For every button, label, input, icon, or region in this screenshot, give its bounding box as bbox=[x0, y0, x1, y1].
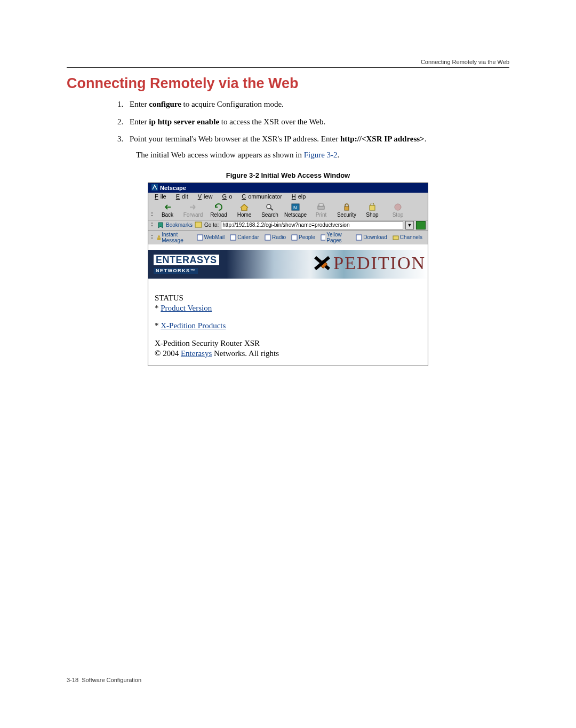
enterasys-logo-top: ENTERASYS bbox=[154, 255, 219, 265]
xpedition-text: PEDITION bbox=[333, 253, 426, 273]
status-heading: STATUS bbox=[155, 294, 421, 303]
page-icon bbox=[265, 234, 271, 241]
product-version-link[interactable]: Product Version bbox=[161, 304, 212, 312]
step-3-text-a: Point your terminal's Web browser at the… bbox=[130, 134, 340, 143]
figure-ref-link[interactable]: Figure 3-2 bbox=[304, 151, 338, 159]
radio-link[interactable]: Radio bbox=[265, 234, 286, 241]
security-button[interactable]: Security bbox=[334, 201, 359, 219]
search-icon bbox=[264, 202, 276, 212]
home-button[interactable]: Home bbox=[231, 201, 257, 219]
folder-icon bbox=[393, 234, 399, 241]
calendar-link[interactable]: Calendar bbox=[230, 234, 259, 241]
channels-link[interactable]: Channels bbox=[393, 234, 422, 241]
svg-rect-12 bbox=[157, 238, 161, 240]
step-2-text-c: to access the XSR over the Web. bbox=[219, 117, 325, 126]
security-label: Security bbox=[337, 212, 356, 218]
svg-rect-18 bbox=[356, 235, 362, 240]
forward-arrow-icon bbox=[187, 202, 199, 212]
menu-go[interactable]: Go bbox=[218, 193, 235, 200]
shop-label: Shop bbox=[366, 212, 378, 218]
svg-rect-5 bbox=[318, 206, 324, 209]
svg-point-9 bbox=[395, 204, 401, 210]
x-mark-icon bbox=[313, 254, 331, 272]
enterasys-logo: ENTERASYS NETWORKS™ bbox=[148, 255, 219, 274]
svg-rect-6 bbox=[319, 204, 323, 206]
enterasys-link[interactable]: Enterasys bbox=[181, 349, 212, 358]
step-1: Enter configure to acquire Configuration… bbox=[125, 98, 509, 110]
lock-icon bbox=[341, 202, 353, 212]
svg-line-2 bbox=[270, 208, 273, 210]
copyright-line: © 2004 Enterasys Networks. All rights bbox=[155, 349, 421, 358]
menu-file[interactable]: FFileile bbox=[150, 193, 169, 200]
shop-button[interactable]: Shop bbox=[359, 201, 385, 219]
svg-rect-13 bbox=[197, 235, 203, 240]
step-3-text-c: . bbox=[425, 134, 427, 143]
xpedition-products-link[interactable]: X-Pedition Products bbox=[161, 321, 226, 330]
home-icon bbox=[238, 202, 250, 212]
netscape-button[interactable]: N Netscape bbox=[283, 201, 308, 219]
links-grip-icon[interactable] bbox=[150, 234, 154, 241]
reload-label: Reload bbox=[210, 212, 227, 218]
menu-view[interactable]: View bbox=[194, 193, 215, 200]
procedure-steps: Enter configure to acquire Configuration… bbox=[125, 98, 509, 145]
yellow-pages-link[interactable]: Yellow Pages bbox=[321, 232, 350, 243]
step-3: Point your terminal's Web browser at the… bbox=[125, 133, 509, 145]
download-link[interactable]: Download bbox=[356, 234, 387, 241]
router-name: X-Pedition Security Router XSR bbox=[155, 339, 421, 348]
menu-edit[interactable]: Edit bbox=[172, 193, 190, 200]
xpedition-logo: PEDITION bbox=[313, 253, 426, 273]
menu-communicator[interactable]: Communicator bbox=[237, 193, 284, 200]
back-arrow-icon bbox=[162, 202, 173, 212]
netscape-icon bbox=[151, 184, 158, 192]
whats-related-button[interactable] bbox=[416, 221, 426, 230]
webmail-link[interactable]: WebMail bbox=[197, 234, 225, 241]
page-number: 3-18 bbox=[67, 677, 78, 683]
step-2-text-a: Enter bbox=[130, 117, 149, 126]
search-label: Search bbox=[261, 212, 278, 218]
xpedition-products-row: * X-Pedition Products bbox=[155, 321, 421, 330]
address-input[interactable] bbox=[221, 221, 403, 230]
personal-toolbar: Instant Message WebMail Calendar Radio P… bbox=[148, 230, 428, 244]
enterasys-logo-bottom: NETWORKS™ bbox=[154, 268, 198, 274]
svg-rect-8 bbox=[370, 205, 375, 210]
step-3-bold: http://<XSR IP address> bbox=[340, 134, 425, 143]
page-icon bbox=[321, 234, 325, 241]
svg-rect-10 bbox=[195, 222, 202, 227]
step-1-text-a: Enter bbox=[130, 100, 149, 108]
print-button[interactable]: Print bbox=[308, 201, 334, 219]
back-button[interactable]: Back bbox=[155, 201, 180, 219]
people-link[interactable]: People bbox=[291, 234, 315, 241]
back-label: Back bbox=[162, 212, 173, 218]
chapter-name: Software Configuration bbox=[82, 677, 141, 683]
page-icon bbox=[197, 234, 203, 241]
search-button[interactable]: Search bbox=[257, 201, 283, 219]
reload-icon bbox=[213, 202, 225, 212]
instant-message-link[interactable]: Instant Message bbox=[156, 232, 191, 243]
page-icon bbox=[356, 234, 362, 241]
forward-label: Forward bbox=[183, 212, 203, 218]
location-icon[interactable] bbox=[195, 221, 202, 229]
window-titlebar[interactable]: Netscape bbox=[148, 183, 428, 193]
page-icon bbox=[230, 234, 236, 241]
banner: ENTERASYS NETWORKS™ PEDITION bbox=[148, 250, 428, 279]
svg-rect-15 bbox=[265, 235, 270, 240]
bookmarks-button[interactable]: Bookmarks bbox=[157, 222, 193, 228]
followup-text-a: The initial Web access window appears as… bbox=[136, 151, 304, 159]
bookmark-icon bbox=[157, 222, 164, 228]
toolbar-grip-icon[interactable] bbox=[150, 211, 155, 219]
running-head: Connecting Remotely via the Web bbox=[67, 59, 509, 68]
page-content: ENTERASYS NETWORKS™ PEDITION STATUS * Pr… bbox=[148, 250, 428, 366]
step-2-bold: ip http server enable bbox=[149, 117, 219, 126]
stop-icon bbox=[392, 202, 404, 212]
svg-rect-17 bbox=[321, 235, 325, 240]
svg-rect-19 bbox=[393, 236, 398, 240]
url-dropdown-icon[interactable]: ▼ bbox=[405, 221, 414, 230]
copyright-a: © 2004 bbox=[155, 349, 181, 358]
section-title: Connecting Remotely via the Web bbox=[67, 75, 509, 92]
stop-button: Stop bbox=[385, 201, 411, 219]
step-1-text-c: to acquire Configuration mode. bbox=[181, 100, 284, 108]
reload-button[interactable]: Reload bbox=[206, 201, 231, 219]
menu-help[interactable]: Help bbox=[287, 193, 308, 200]
addr-grip-icon[interactable] bbox=[150, 221, 155, 229]
followup-text-c: . bbox=[338, 151, 340, 159]
